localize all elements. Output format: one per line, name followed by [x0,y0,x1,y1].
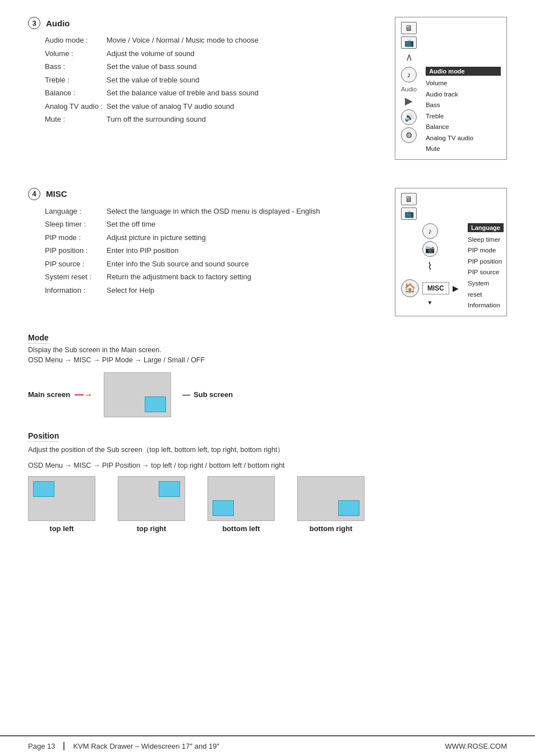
audio-label-6: Mute : [45,114,107,125]
misc-row-2: PIP mode : Adjust picture in picture set… [45,232,378,243]
misc-row-6: Information : Select for Help [45,285,378,296]
audio-osd-diagram: 🖥 📺 ∧ ♪ Audio ▶ 🔊 ⚙ Audio mode [395,17,507,160]
misc-osd-icon-monitor: 🖥 [401,193,501,205]
audio-osd-icon-chevron: ∧ [401,51,501,63]
audio-desc-2: Set the value of bass sound [107,61,196,72]
misc-menu-item-0: Sleep timer [468,234,504,246]
audio-menu-item-1: Audio track [426,89,501,100]
audio-desc-1: Adjust the volume of sound [107,48,195,59]
misc-label-2: PIP mode : [45,232,107,243]
misc-row-4: PIP source : Enter info the Sub source a… [45,259,378,270]
misc-row-5: System reset : Return the adjustment bac… [45,271,378,283]
misc-desc-3: Enter into PIP position [107,245,178,256]
misc-divider-icon: ⌇ [427,260,432,273]
audio-desc-4: Set the balance value of treble and bass… [107,87,259,99]
mode-section: Mode Display the Sub screen in the Main … [28,333,507,417]
misc-row-3: PIP position : Enter into PIP position [45,245,378,256]
monitor-icon: 🖥 [401,22,417,34]
main-screen-arrow: —→ [75,390,93,400]
audio-osd-arrow: ▶ [405,95,413,107]
audio-gear-icon: ⚙ [401,127,417,143]
pos-label-tl: top left [49,524,73,533]
audio-menu-items: Volume Audio track Bass Treble Balance A… [426,78,501,155]
misc-menu-items: Sleep timer PIP mode PIP position PIP so… [468,234,504,311]
audio-settings-table: Audio mode : Movie / Voice / Normal / Mu… [45,35,378,125]
pos-label-br: bottom right [310,524,353,533]
misc-monitor-icon: 🖥 [401,193,417,205]
misc-label-3: PIP position : [45,245,107,256]
audio-osd-label: Audio [401,86,417,93]
audio-desc-6: Turn off the surrounding sound [107,114,206,125]
position-desc2: OSD Menu → MISC → PIP Position → top lef… [28,462,507,469]
misc-section: 4 MISC Language : Select the language in… [28,188,507,316]
audio-row-1: Volume : Adjust the volume of sound [45,48,378,59]
audio-row-4: Balance : Set the balance value of trebl… [45,87,378,99]
mode-title: Mode [28,333,49,344]
audio-section-header: 3 Audio [28,17,378,29]
misc-row-1: Sleep timer : Set the off time [45,219,378,230]
audio-desc-5: Set the value of analog TV audio sound [107,101,234,112]
footer-url: WWW.ROSE.COM [445,742,508,750]
position-title: Position [28,431,59,442]
audio-section-number: 3 [28,17,40,29]
sub-screen-text: Sub screen [193,390,233,399]
pos-sub-tl [33,481,54,497]
audio-row-2: Bass : Set the value of bass sound [45,61,378,72]
position-item-bl: bottom left [207,476,275,533]
misc-desc-0: Select the language in which the OSD men… [107,206,320,217]
audio-osd-icon-tv: 📺 [401,36,501,49]
misc-label-box: MISC [422,282,449,294]
misc-tv-icon: 📺 [401,208,417,220]
position-item-tl: top left [28,476,95,533]
pos-sub-tr [159,481,180,497]
misc-osd-icon-tv: 📺 [401,208,501,220]
page-footer: Page 13 KVM Rack Drawer – Widescreen 17″… [0,735,535,756]
misc-desc-2: Adjust picture in picture setting [107,232,206,243]
audio-row-0: Audio mode : Movie / Voice / Normal / Mu… [45,35,378,46]
audio-osd-main: ♪ Audio ▶ 🔊 ⚙ Audio mode Volume Audio tr… [401,67,501,155]
misc-desc-5: Return the adjustment back to factory se… [107,271,251,283]
misc-label-0: Language : [45,206,107,217]
misc-desc-4: Enter info the Sub source and sound sour… [107,259,249,270]
pip-diagram: Main screen —→ — Sub screen [28,372,507,417]
main-screen-text: Main screen [28,390,70,399]
page-container: 3 Audio Audio mode : Movie / Voice / Nor… [0,0,535,578]
audio-music-icon: ♪ [401,67,417,82]
misc-settings-table: Language : Select the language in which … [45,206,378,296]
misc-camera-icon: 📷 [422,241,438,257]
audio-label-1: Volume : [45,48,107,59]
footer-page: Page 13 [28,742,64,750]
audio-active-label: Audio mode [426,67,501,76]
audio-row-5: Analog TV audio : Set the value of analo… [45,101,378,112]
sub-screen-label: — Sub screen [182,390,233,399]
audio-section: 3 Audio Audio mode : Movie / Voice / Nor… [28,17,507,160]
audio-menu-item-3: Treble [426,111,501,122]
misc-desc-1: Set the off time [107,219,155,230]
position-desc1: Adjust the position of the Sub screen（to… [28,445,507,455]
pos-sub-bl [213,500,234,516]
misc-desc-6: Select for Help [107,285,154,296]
audio-section-title: Audio [46,19,70,28]
misc-osd-diagram: 🖥 📺 ♪ 📷 ⌇ 🏠 MISC ▶ ▼ [395,188,507,316]
audio-label-0: Audio mode : [45,35,107,46]
audio-label-2: Bass : [45,61,107,72]
misc-active-label: Language [468,223,504,232]
sub-screen-arrow: — [182,390,190,399]
pos-label-bl: bottom left [222,524,260,533]
misc-music-icon: ♪ [422,223,438,239]
main-screen-label: Main screen —→ [28,390,93,400]
misc-chevron-right-icon: ▶ [453,284,459,293]
misc-osd-main: ♪ 📷 ⌇ 🏠 MISC ▶ ▼ Language Sleep timer PI… [401,223,501,311]
misc-section-header: 4 MISC [28,188,378,200]
pip-main-box [104,372,171,417]
position-section: Position Adjust the position of the Sub … [28,431,507,533]
audio-row-6: Mute : Turn off the surrounding sound [45,114,378,125]
tv-icon: 📺 [401,36,417,49]
misc-row-0: Language : Select the language in which … [45,206,378,217]
pos-box-tl [28,476,95,521]
pos-box-br [297,476,365,521]
audio-desc-0: Movie / Voice / Normal / Music mode to c… [107,35,259,46]
audio-menu-item-5: Analog TV audio [426,133,501,144]
misc-label-1: Sleep timer : [45,219,107,230]
misc-label-5: System reset : [45,271,107,283]
